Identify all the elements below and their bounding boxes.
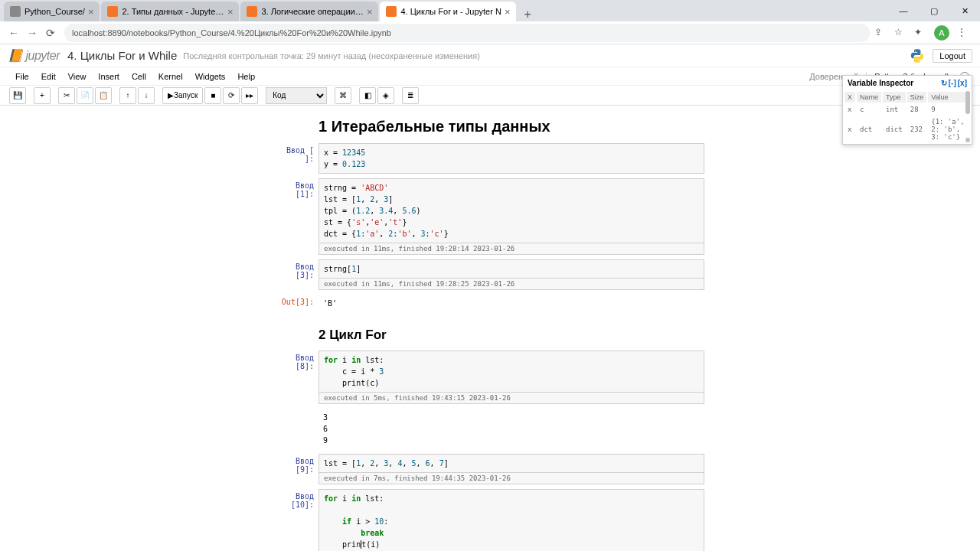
celltype-select[interactable]: Код: [266, 87, 327, 104]
tab-logic[interactable]: 3. Логические операции, усло×: [240, 2, 378, 21]
tab-loops[interactable]: 4. Циклы For и - Jupyter N×: [380, 2, 516, 21]
tab-types[interactable]: 2. Типы данных - Jupyter Note×: [101, 2, 239, 21]
jupyter-icon: [247, 6, 257, 17]
move-up-button[interactable]: ↑: [119, 87, 136, 104]
notebook-title[interactable]: 4. Циклы For и While: [67, 49, 177, 62]
window-maximize[interactable]: ▢: [919, 0, 949, 21]
nav-forward[interactable]: →: [23, 24, 41, 42]
close-icon[interactable]: ×: [367, 6, 373, 18]
save-button[interactable]: 💾: [9, 87, 26, 104]
menu-widgets[interactable]: Widgets: [191, 70, 230, 83]
jupyter-icon: [386, 6, 397, 17]
menu-insert[interactable]: Insert: [93, 70, 124, 83]
browser-tab-strip: Python_Course/× 2. Типы данных - Jupyter…: [0, 0, 980, 21]
inspector-table: X Name Type Size Value xcint289 xdctdict…: [843, 90, 972, 106]
restart-button[interactable]: ⟳: [223, 87, 240, 104]
run-button[interactable]: ▶ Запуск: [162, 87, 203, 104]
inspector-title: Variable Inspector: [848, 79, 913, 87]
jupyter-icon: [107, 6, 118, 17]
menu-cell[interactable]: Cell: [127, 70, 151, 83]
cut-button[interactable]: ✂: [58, 87, 75, 104]
close-icon[interactable]: ×: [227, 6, 234, 18]
nav-back[interactable]: ←: [5, 24, 23, 42]
menu-file[interactable]: File: [11, 70, 34, 83]
tb-extra1[interactable]: ◧: [359, 87, 376, 104]
logout-button[interactable]: Logout: [933, 49, 972, 63]
variable-inspector[interactable]: Variable Inspector ↻ [-] [x] X Name Type…: [842, 75, 972, 106]
profile-avatar[interactable]: A: [934, 25, 949, 41]
window-close[interactable]: ✕: [949, 0, 980, 21]
menu-help[interactable]: Help: [233, 70, 260, 83]
inspector-scrollbar[interactable]: [965, 91, 970, 106]
copy-button[interactable]: 📄: [77, 87, 93, 104]
address-bar: ← → ⟳ localhost:8890/notebooks/Python_Co…: [0, 21, 980, 44]
menu-view[interactable]: View: [64, 70, 91, 83]
inspector-close-icon[interactable]: [x]: [958, 79, 967, 87]
restart-run-button[interactable]: ▸▸: [241, 87, 258, 104]
command-palette-button[interactable]: ⌘: [335, 87, 351, 104]
close-icon[interactable]: ×: [505, 6, 511, 18]
nav-reload[interactable]: ⟳: [41, 24, 60, 42]
variable-inspector-button[interactable]: ≣: [402, 87, 419, 104]
menu-edit[interactable]: Edit: [37, 70, 60, 83]
folder-icon: [10, 6, 21, 17]
new-tab-button[interactable]: +: [518, 8, 537, 21]
share-icon[interactable]: ⇪: [874, 27, 887, 39]
svg-point-1: [919, 60, 920, 60]
inspector-reload-icon[interactable]: ↻: [941, 79, 947, 87]
tb-extra2[interactable]: ◈: [377, 87, 394, 104]
python-icon: [910, 48, 925, 64]
insert-cell-button[interactable]: +: [34, 87, 51, 104]
url-input[interactable]: localhost:8890/notebooks/Python_Course/4…: [64, 24, 870, 42]
checkpoint-text: Последняя контрольная точка: 29 минут на…: [183, 51, 480, 60]
move-down-button[interactable]: ↓: [138, 87, 155, 104]
menu-bar: File Edit View Insert Cell Kernel Widget…: [0, 67, 980, 86]
inspector-minimize-icon[interactable]: [-]: [949, 79, 956, 87]
jupyter-logo[interactable]: 📙 jupyter: [8, 48, 60, 63]
jupyter-header: 📙 jupyter 4. Циклы For и While Последняя…: [0, 44, 980, 67]
interrupt-button[interactable]: ■: [204, 87, 221, 104]
menu-icon[interactable]: ⋮: [957, 27, 969, 39]
paste-button[interactable]: 📋: [95, 87, 112, 104]
close-icon[interactable]: ×: [88, 6, 94, 18]
toolbar: 💾 + ✂ 📄 📋 ↑ ↓ ▶ Запуск ■ ⟳ ▸▸ Код ⌘ ◧ ◈ …: [0, 86, 980, 106]
menu-kernel[interactable]: Kernel: [154, 70, 188, 83]
table-row: xcint289: [844, 104, 970, 106]
star-icon[interactable]: ☆: [894, 27, 906, 39]
extensions-icon[interactable]: ✦: [914, 27, 926, 39]
tab-python-course[interactable]: Python_Course/×: [4, 2, 100, 21]
svg-point-0: [915, 51, 916, 51]
window-minimize[interactable]: —: [888, 0, 919, 21]
